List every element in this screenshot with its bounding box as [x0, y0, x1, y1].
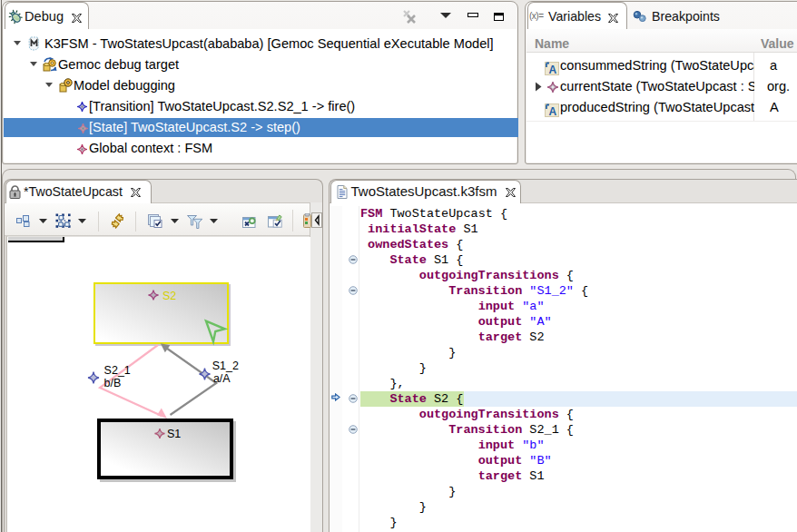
svg-text:S1: S1 [167, 428, 181, 440]
svg-text:a/A: a/A [213, 372, 231, 385]
svg-text:A: A [549, 64, 557, 75]
svg-text:S2: S2 [162, 290, 176, 302]
svg-text:b/B: b/B [104, 377, 122, 389]
svg-text:S1_2: S1_2 [212, 360, 239, 372]
svg-text:S2_1: S2_1 [104, 364, 131, 377]
svg-text:A: A [549, 105, 557, 117]
